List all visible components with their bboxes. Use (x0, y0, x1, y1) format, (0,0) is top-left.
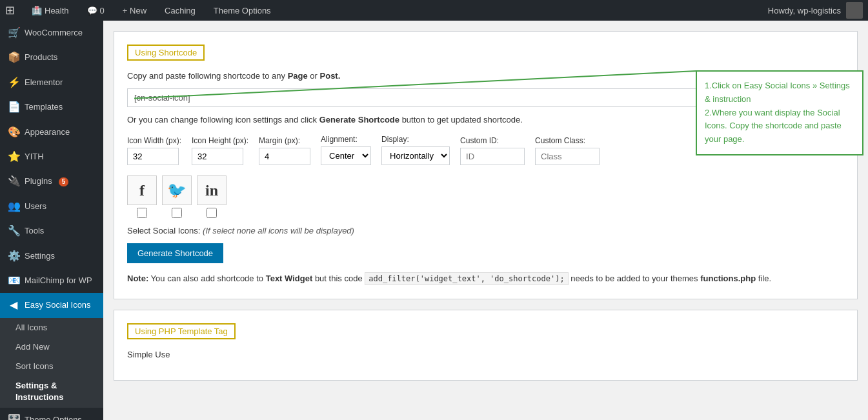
alignment-select[interactable]: Center Left Right (321, 146, 371, 165)
custom-class-label: Custom Class: (535, 136, 600, 145)
twitter-icon: 🐦 (167, 181, 187, 199)
products-icon: 📦 (8, 50, 19, 65)
admin-bar: ⊞ 🏥 Health 💬 0 + New Caching Theme Optio… (0, 0, 868, 21)
alignment-field: Alignment: Center Left Right (321, 135, 371, 165)
facebook-icon: f (139, 182, 145, 199)
sidebar-item-yith[interactable]: ⭐ YITH (0, 145, 103, 169)
icon-width-input[interactable] (127, 148, 179, 165)
sidebar-submenu: All Icons Add New Sort Icons Settings & … (0, 318, 103, 408)
avatar[interactable] (846, 2, 863, 19)
adminbar-right: Howdy, wp-logistics (768, 2, 863, 19)
code-snippet: add_filter('widget_text', 'do_shortcode'… (365, 272, 568, 285)
icon-height-field: Icon Height (px): (192, 136, 248, 165)
note-text: Note: You can also add shortcode to Text… (127, 272, 844, 286)
social-icons-preview: f 🐦 in (127, 175, 844, 218)
php-section-title: Using PHP Template Tag (127, 323, 236, 339)
facebook-checkbox[interactable] (137, 208, 147, 218)
theme-options-icon: 🎛️ (8, 413, 19, 420)
twitter-icon-box: 🐦 (162, 175, 192, 205)
margin-label: Margin (px): (259, 136, 310, 145)
users-icon: 👥 (8, 199, 19, 214)
health-icon: 🏥 (32, 6, 42, 15)
custom-class-input[interactable] (535, 148, 600, 165)
facebook-icon-item: f (127, 175, 157, 218)
sidebar-item-settings-instructions[interactable]: Settings & Instructions (0, 376, 103, 407)
sidebar-item-users[interactable]: 👥 Users (0, 194, 103, 219)
sidebar-item-templates[interactable]: 📄 Templates (0, 95, 103, 119)
templates-icon: 📄 (8, 100, 19, 114)
wp-logo-icon[interactable]: ⊞ (5, 3, 15, 17)
twitter-checkbox[interactable] (172, 208, 182, 218)
tools-icon: 🔧 (8, 224, 19, 238)
sidebar-item-woocommerce[interactable]: 🛒 WooCommerce (0, 21, 103, 45)
twitter-icon-item: 🐦 (162, 175, 192, 218)
caching-menu-item[interactable]: Caching (161, 0, 199, 21)
generate-shortcode-button[interactable]: Generate Shortcode (127, 243, 223, 263)
comments-icon: 💬 (87, 6, 97, 15)
display-select[interactable]: Horizontally Vertically (381, 146, 450, 165)
new-menu-item[interactable]: + New (119, 0, 150, 21)
main-content: Using Shortcode Copy and paste following… (103, 21, 868, 420)
tooltip-box: 1.Click on Easy Social Icons » Settings … (696, 70, 863, 155)
sidebar-item-add-new[interactable]: Add New (0, 337, 103, 357)
easy-social-icons-icon: ◀ (8, 298, 19, 312)
linkedin-icon: in (205, 182, 218, 199)
sidebar-item-settings[interactable]: ⚙️ Settings (0, 244, 103, 268)
icon-height-label: Icon Height (px): (192, 136, 248, 145)
linkedin-checkbox[interactable] (207, 208, 217, 218)
settings-icon: ⚙️ (8, 249, 19, 263)
sidebar-item-tools[interactable]: 🔧 Tools (0, 219, 103, 243)
plugins-badge: 5 (59, 177, 69, 186)
appearance-icon: 🎨 (8, 125, 19, 139)
sidebar-item-mailchimp[interactable]: 📧 MailChimp for WP (0, 268, 103, 293)
custom-id-label: Custom ID: (460, 136, 525, 145)
linkedin-icon-item: in (197, 175, 227, 218)
select-icons-label: Select Social Icons: (If select none all… (127, 226, 844, 235)
margin-input[interactable] (259, 148, 310, 165)
alignment-label: Alignment: (321, 135, 371, 144)
php-card: Using PHP Template Tag Simple Use (114, 310, 858, 381)
sidebar-item-easy-social-icons[interactable]: ◀ Easy Social Icons (0, 293, 103, 317)
icon-width-label: Icon Width (px): (127, 136, 181, 145)
comments-menu-item[interactable]: 💬 0 (83, 0, 108, 21)
shortcode-section-title: Using Shortcode (127, 45, 205, 61)
sidebar-item-products[interactable]: 📦 Products (0, 45, 103, 70)
simple-use-label: Simple Use (127, 350, 844, 359)
sidebar-item-all-icons[interactable]: All Icons (0, 318, 103, 337)
icon-height-input[interactable] (192, 148, 243, 165)
custom-id-input[interactable] (460, 148, 525, 165)
display-field: Display: Horizontally Vertically (381, 135, 450, 165)
elementor-icon: ⚡ (8, 75, 19, 90)
display-label: Display: (381, 135, 450, 144)
sidebar-item-elementor[interactable]: ⚡ Elementor (0, 70, 103, 95)
theme-options-menu-item[interactable]: Theme Options (210, 0, 275, 21)
plugins-icon: 🔌 (8, 174, 19, 188)
margin-field: Margin (px): (259, 136, 310, 165)
custom-id-field: Custom ID: (460, 136, 525, 165)
mailchimp-icon: 📧 (8, 274, 19, 288)
health-menu-item[interactable]: 🏥 Health (28, 0, 73, 21)
shortcode-card: Using Shortcode Copy and paste following… (114, 31, 858, 299)
icon-width-field: Icon Width (px): (127, 136, 181, 165)
linkedin-icon-box: in (197, 175, 227, 205)
facebook-icon-box: f (127, 175, 157, 205)
sidebar-item-appearance[interactable]: 🎨 Appearance (0, 120, 103, 145)
sidebar-item-sort-icons[interactable]: Sort Icons (0, 357, 103, 376)
woocommerce-icon: 🛒 (8, 26, 19, 40)
sidebar: 🛒 WooCommerce 📦 Products ⚡ Elementor 📄 T… (0, 21, 103, 420)
sidebar-item-plugins[interactable]: 🔌 Plugins 5 (0, 169, 103, 194)
custom-class-field: Custom Class: (535, 136, 600, 165)
yith-icon: ⭐ (8, 150, 19, 164)
sidebar-item-theme-options[interactable]: 🎛️ Theme Options (0, 408, 103, 420)
